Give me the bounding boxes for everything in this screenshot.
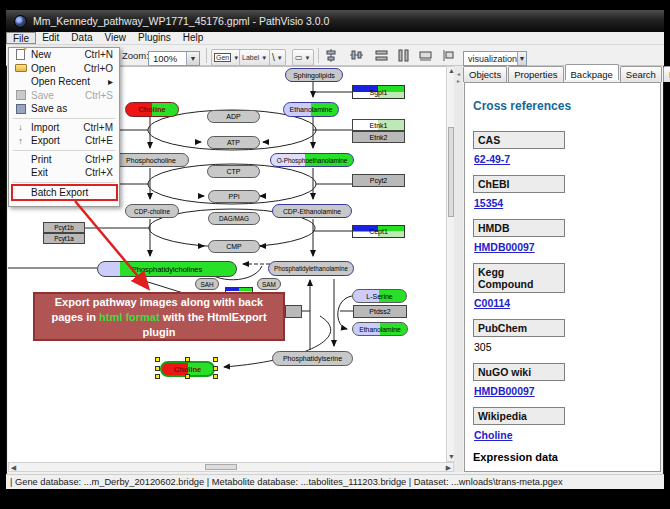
node-ppi[interactable]: PPi (208, 190, 260, 203)
export-icon: ↑ (18, 136, 23, 146)
align-center-x-button[interactable] (324, 48, 339, 63)
tab-backpage[interactable]: Backpage (565, 64, 619, 80)
common-width-button[interactable] (418, 48, 433, 63)
selection-handle[interactable] (213, 374, 218, 379)
node-atp[interactable]: ATP (207, 136, 260, 149)
line-tool[interactable]: \ ▼ (269, 49, 286, 66)
chevron-down-icon[interactable]: ▼ (305, 55, 311, 61)
node-pcyt1b[interactable]: Pcyt1b (43, 222, 85, 233)
selection-handle[interactable] (213, 366, 218, 371)
label-tool[interactable]: Label ▼ (239, 49, 270, 66)
selection-handle[interactable] (185, 357, 190, 362)
import-icon: ↓ (18, 122, 23, 132)
link-cas[interactable]: 62-49-7 (474, 153, 652, 165)
visualization-combobox[interactable]: visualization ▼ (463, 51, 527, 66)
node-ctp[interactable]: CTP (207, 165, 260, 178)
panel-splitter[interactable]: ◂▸ (454, 66, 463, 472)
node-pcyt2[interactable]: Pcyt2 (352, 174, 405, 187)
section-header-wikipedia: Wikipedia (473, 407, 565, 425)
gene-datanode-tool[interactable]: Gen ▼ (211, 49, 242, 66)
menu-file[interactable]: File (6, 32, 36, 44)
node-cdp-choline[interactable]: CDP-choline (125, 204, 179, 218)
node-o-phosphoethanolamine[interactable]: O-Phosphoethanolamine (270, 153, 354, 167)
menu-item-save: SaveCtrl+S (9, 89, 119, 103)
node-ethanolamine-top[interactable]: Ethanolamine (283, 102, 339, 117)
node-sphingolipids[interactable]: Sphingolipids (285, 68, 343, 82)
tab-search[interactable]: Search (620, 66, 662, 82)
node-ptdss2[interactable]: Ptdss2 (353, 305, 407, 318)
menu-help[interactable]: Help (177, 32, 210, 44)
node-sam[interactable]: SAM (257, 278, 281, 290)
chevron-down-icon[interactable]: ▼ (186, 52, 199, 65)
link-kegg[interactable]: C00114 (474, 297, 652, 309)
chevron-down-icon[interactable]: ▼ (277, 55, 283, 61)
node-cmp[interactable]: CMP (208, 240, 260, 253)
node-phosphatidylcholines[interactable]: Phosphatidylcholines (97, 261, 237, 277)
menu-item-exit[interactable]: ExitCtrl+X (9, 166, 119, 180)
link-chebi[interactable]: 15354 (474, 197, 652, 209)
node-phosphocholine[interactable]: Phosphocholine (113, 153, 189, 167)
selection-handle[interactable] (185, 374, 190, 379)
selection-handle[interactable] (213, 357, 218, 362)
horizontal-scrollbar[interactable]: ◀ ▶ (8, 462, 454, 472)
distribute-vertical-button[interactable] (396, 48, 411, 63)
label-icon: Label (242, 54, 259, 61)
tab-properties[interactable]: Properties (508, 66, 563, 82)
link-nugo[interactable]: HMDB00097 (474, 385, 652, 397)
align-center-y-button[interactable] (349, 48, 364, 63)
node-phosphatidylethanolamine[interactable]: Phosphatidylethanolamine (268, 261, 354, 276)
open-folder-icon (15, 64, 27, 72)
annotation-text: with the HtmlExport plugin (143, 311, 267, 338)
node-sgpl1[interactable]: Sgpl1 (352, 85, 405, 99)
zoom-combobox[interactable]: 100% ▼ (148, 51, 200, 66)
backpage-panel: Cross references CAS 62-49-7 ChEBI 15354… (464, 82, 661, 472)
menu-item-export[interactable]: ↑ ExportCtrl+E (9, 134, 119, 148)
menu-item-open[interactable]: OpenCtrl+O (9, 62, 119, 76)
node-dag-mag[interactable]: DAG/MAG (208, 212, 260, 225)
node-ethanolamine-bottom[interactable]: Ethanolamine (352, 322, 408, 336)
save-icon (16, 90, 26, 100)
menu-plugins[interactable]: Plugins (132, 32, 177, 44)
selection-handle[interactable] (155, 366, 160, 371)
node-etnk1[interactable]: Etnk1 (352, 119, 405, 131)
node-l-serine[interactable]: L-Serine (352, 289, 407, 303)
menu-item-print[interactable]: PrintCtrl+P (9, 153, 119, 167)
save-as-icon (16, 104, 26, 114)
node-phosphatidylserine[interactable]: Phosphatidylserine (272, 351, 353, 366)
menu-view[interactable]: View (98, 32, 132, 44)
menu-item-save-as[interactable]: Save as (9, 102, 119, 116)
selection-handle[interactable] (155, 357, 160, 362)
menu-item-new[interactable]: NewCtrl+N (9, 48, 119, 62)
menu-data[interactable]: Data (65, 32, 98, 44)
app-icon (14, 15, 27, 28)
node-cdp-ethanolamine[interactable]: CDP-Ethanolamine (272, 204, 352, 218)
node-etnk2[interactable]: Etnk2 (352, 131, 405, 143)
menu-bar: File Edit Data View Plugins Help (6, 32, 664, 45)
chevron-down-icon[interactable]: ▼ (261, 55, 267, 61)
node-sah[interactable]: SAH (195, 278, 219, 290)
node-choline-top[interactable]: Choline (125, 102, 179, 117)
section-header-pubchem: PubChem (473, 319, 565, 337)
link-wikipedia[interactable]: Choline (474, 429, 652, 441)
shape-tool[interactable]: ▭ ▼ (292, 49, 314, 66)
menu-item-import[interactable]: ↓ ImportCtrl+M (9, 121, 119, 135)
new-file-icon (16, 49, 25, 60)
selection-handle[interactable] (155, 374, 160, 379)
menu-edit[interactable]: Edit (36, 32, 65, 44)
tab-legend[interactable]: Legend (663, 66, 670, 82)
line-icon: \ (272, 52, 275, 63)
anchor-box (285, 305, 302, 318)
common-height-button[interactable] (441, 48, 456, 63)
tab-objects[interactable]: Objects (463, 66, 507, 82)
annotation-highlight: html format (99, 311, 160, 323)
link-hmdb[interactable]: HMDB00097 (474, 241, 652, 253)
node-cept1[interactable]: Cept1 (352, 225, 405, 238)
distribute-horizontal-button[interactable] (374, 48, 389, 63)
node-adp[interactable]: ADP (207, 110, 260, 123)
menu-item-open-recent[interactable]: Open Recent▸ (9, 75, 119, 89)
side-panel-tabs: Objects Properties Backpage Search Legen… (463, 66, 670, 82)
chevron-down-icon[interactable]: ▼ (517, 52, 526, 65)
section-header-hmdb: HMDB (473, 219, 565, 237)
node-pcyt1a[interactable]: Pcyt1a (43, 233, 85, 244)
file-menu-dropdown: NewCtrl+N OpenCtrl+O Open Recent▸ SaveCt… (8, 47, 120, 207)
